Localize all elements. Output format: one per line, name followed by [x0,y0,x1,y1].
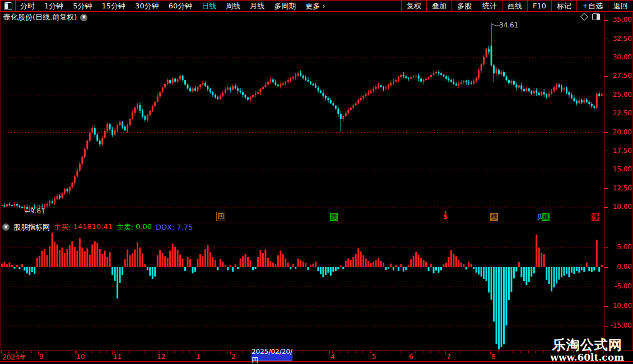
selected-date-badge[interactable]: 2025/02/20/四 [252,352,292,361]
candle-down [581,100,583,102]
minor-tick [99,351,100,353]
candle-up [129,119,131,125]
ddx-bar-negative [184,267,186,271]
toolbar-action-画线[interactable]: 画线 [502,1,527,11]
month-label-12: 12 [157,353,165,361]
ddx-bar-negative [393,267,394,270]
ddx-bar-positive [225,265,226,267]
candle-up [360,98,362,100]
candle-up [292,77,294,79]
event-marker-回[interactable]: 回 [216,212,225,221]
candle-down [277,85,279,86]
candlestick-chart[interactable] [0,22,604,220]
toolbar-action-返回[interactable]: 返回 [608,1,633,11]
candle-down [408,78,409,78]
candle-down [184,80,186,85]
ddx-bar-negative [122,267,123,275]
candle-down [315,85,316,87]
candle-up [370,91,372,93]
candle-down [471,83,472,83]
ddx-bar-positive [395,265,397,267]
ddx-bar-positive [471,264,472,267]
candle-up [435,72,437,73]
candle-down [466,81,467,82]
month-label-6: 6 [409,353,413,361]
period-tab-30分钟[interactable]: 30分钟 [135,1,159,11]
ddx-bar-negative [252,267,254,270]
ddx-bar-positive [445,263,447,267]
period-tab-分时[interactable]: 分时 [20,1,35,11]
ddx-bar-negative [290,267,291,269]
window-split-icon[interactable] [592,13,600,20]
period-tab-日线[interactable]: 日线 [202,1,216,11]
candle-up [259,89,261,92]
event-marker-涨[interactable]: 涨 [592,213,599,221]
event-marker-榜[interactable]: 榜 [490,213,498,221]
event-marker-$[interactable]: ▲$ [443,211,448,221]
month-label-10: 10 [76,353,85,361]
toolbar-action-标记[interactable]: 标记 [551,1,576,11]
candle-down [450,80,452,82]
period-tab-多周期[interactable]: 多周期 [274,1,296,11]
ddx-bar-positive [104,251,106,267]
ddx-bar-negative [493,267,495,321]
year-label: 2024年 [2,353,26,362]
minor-tick [476,351,476,353]
toolbar-action-+自选[interactable]: +自选 [576,1,608,11]
minor-tick [423,351,423,353]
ddx-bar-positive [109,252,111,267]
toolbar-action-叠加[interactable]: 叠加 [426,1,452,11]
event-marker-减[interactable]: 减 [542,213,550,221]
candle-up [179,76,181,80]
candle-up [54,199,55,202]
period-tab-更多 ›[interactable]: 更多 › [305,1,325,11]
period-tab-60分钟[interactable]: 60分钟 [169,1,193,11]
candle-up [548,94,550,96]
minor-tick [355,351,356,353]
ddx-bar-positive [450,250,452,267]
ddx-bar-negative [337,267,339,269]
ddx-bar-positive [157,255,159,267]
toolbar-action-多股[interactable]: 多股 [452,1,477,11]
ddx-bar-positive [6,264,8,267]
period-tab-15分钟[interactable]: 15分钟 [102,1,126,11]
period-tab-5分钟[interactable]: 5分钟 [73,1,92,11]
candle-up [393,82,394,83]
ddx-bar-positive [64,253,66,267]
period-tab-月线[interactable]: 月线 [250,1,264,11]
event-marker-跌[interactable]: 跌 [330,213,338,221]
candle-up [541,92,542,95]
minor-tick [393,351,393,353]
period-tab-周线[interactable]: 周线 [226,1,240,11]
ddx-bar-positive [282,254,284,267]
month-label-4: 4 [331,353,335,361]
candle-up [6,204,8,207]
minor-tick [468,351,468,353]
candle-down [440,73,442,75]
ddx-bar-positive [220,259,221,267]
minor-tick [250,351,250,353]
ddx-bar-negative [428,267,430,271]
period-tab-1分钟[interactable]: 1分钟 [44,1,63,11]
ddx-bar-positive [129,255,131,267]
candle-up [463,81,464,82]
candle-up [395,80,397,82]
toolbar-action-复权[interactable]: 复权 [401,1,426,11]
candle-up [355,103,357,105]
sidebar-toggle-button[interactable] [0,1,16,11]
ddx-bar-positive [169,251,171,267]
ddx-bar-negative [473,267,474,269]
diamond-icon[interactable] [580,13,588,21]
ddx-bar-positive [16,265,18,267]
ddx-histogram-chart[interactable] [0,230,604,350]
ddx-bar-positive [277,255,279,267]
toolbar-action-F10[interactable]: F10 [527,1,551,11]
candle-down [139,105,141,111]
symbol-title[interactable]: 壶化股份(日线.前复权) [3,12,77,22]
chevron-down-icon[interactable]: ▼ [80,14,87,21]
ddx-bar-positive [280,251,281,267]
toolbar-action-统计[interactable]: 统计 [477,1,502,11]
ddx-bar-negative [476,267,477,273]
minor-tick [8,351,9,353]
minor-tick [129,351,130,353]
